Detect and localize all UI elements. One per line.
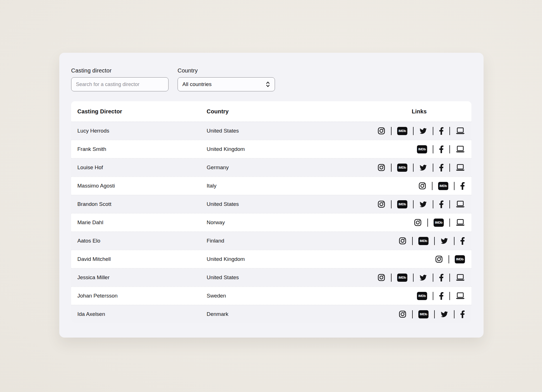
website-icon[interactable] [456,219,465,227]
instagram-icon[interactable] [377,127,385,135]
link-divider [412,310,413,318]
facebook-icon[interactable] [439,292,444,300]
directory-card: Casting director Country All countries C… [59,53,484,338]
header-links: Links [373,108,471,115]
link-divider [433,274,433,282]
table-row: Jessica MillerUnited StatesIMDb [71,268,471,287]
chevron-up-down-icon [266,81,270,88]
imdb-badge-label: IMDb [397,200,407,208]
imdb-icon[interactable]: IMDb [397,274,407,282]
header-casting-director: Casting Director [71,108,207,115]
website-icon[interactable] [456,127,465,135]
table-row: Frank SmithUnited KingdomIMDb [71,140,471,158]
instagram-icon[interactable] [435,255,443,263]
link-divider [413,200,414,208]
director-country: United States [207,274,373,281]
links-cell: IMDb [373,292,471,300]
twitter-icon[interactable] [419,274,427,281]
facebook-icon[interactable] [439,274,444,282]
links-cell: IMDb [373,182,471,190]
imdb-icon[interactable]: IMDb [438,182,448,190]
link-divider [413,274,414,282]
facebook-icon[interactable] [460,237,465,245]
director-filter-label: Casting director [71,67,169,74]
link-divider [434,310,435,318]
facebook-icon[interactable] [439,127,444,135]
imdb-icon[interactable]: IMDb [418,237,429,245]
website-icon[interactable] [456,292,465,300]
table-row: Marie DahlNorwayIMDb [71,213,471,232]
imdb-badge-label: IMDb [397,127,407,135]
director-search-input[interactable] [71,77,169,91]
instagram-icon[interactable] [399,237,406,245]
instagram-icon[interactable] [418,182,426,190]
instagram-icon[interactable] [399,310,406,318]
link-divider [449,292,450,300]
link-divider [434,237,435,245]
imdb-icon[interactable]: IMDb [455,255,465,263]
website-icon[interactable] [456,200,465,208]
instagram-icon[interactable] [377,274,385,281]
director-country: United States [207,128,373,134]
instagram-icon[interactable] [377,164,385,171]
director-name: Lucy Herrods [71,128,207,134]
link-divider [449,164,450,172]
link-divider [449,255,449,263]
imdb-icon[interactable]: IMDb [397,127,407,135]
twitter-icon[interactable] [419,201,427,208]
imdb-icon[interactable]: IMDb [434,219,444,227]
director-name: Ida Axelsen [71,311,207,317]
links-cell: IMDb [373,219,471,227]
table-row: Brandon ScottUnited StatesIMDb [71,195,471,213]
table-body: Lucy HerrodsUnited StatesIMDbFrank Smith… [71,122,471,323]
imdb-icon[interactable]: IMDb [397,200,407,208]
twitter-icon[interactable] [440,237,448,245]
imdb-badge-label: IMDb [417,145,427,153]
country-select[interactable]: All countries [178,77,275,91]
imdb-badge-label: IMDb [434,219,444,227]
director-country: United Kingdom [207,146,373,152]
website-icon[interactable] [456,164,465,172]
instagram-icon[interactable] [414,219,422,226]
link-divider [449,145,450,153]
imdb-badge-label: IMDb [438,182,448,190]
director-name: Frank Smith [71,146,207,152]
twitter-icon[interactable] [440,311,448,318]
website-icon[interactable] [456,274,465,282]
link-divider [433,200,433,208]
imdb-icon[interactable]: IMDb [418,310,429,318]
twitter-icon[interactable] [419,127,427,135]
director-country: Finland [207,238,373,244]
imdb-badge-label: IMDb [418,310,429,318]
facebook-icon[interactable] [460,182,465,190]
table-row: Aatos EloFinlandIMDb [71,232,471,250]
director-country: United Kingdom [207,256,373,262]
instagram-icon[interactable] [377,200,385,208]
imdb-icon[interactable]: IMDb [397,164,407,172]
director-name: Marie Dahl [71,219,207,226]
twitter-icon[interactable] [419,164,427,171]
facebook-icon[interactable] [460,310,465,318]
director-name: Jessica Miller [71,274,207,281]
director-filter-group: Casting director [71,67,169,91]
table-row: Lucy HerrodsUnited StatesIMDb [71,122,471,140]
link-divider [449,200,450,208]
header-country: Country [207,108,373,115]
imdb-badge-label: IMDb [455,255,465,263]
link-divider [433,292,433,300]
facebook-icon[interactable] [439,145,444,153]
website-icon[interactable] [456,145,465,153]
table-row: Louise HofGermanyIMDb [71,158,471,177]
director-name: Aatos Elo [71,238,207,244]
director-country: United States [207,201,373,207]
table-row: Johan PeterssonSwedenIMDb [71,287,471,305]
links-cell: IMDb [373,274,471,282]
table-row: Massimo AgostiItalyIMDb [71,177,471,195]
imdb-icon[interactable]: IMDb [417,292,427,300]
facebook-icon[interactable] [439,200,444,208]
link-divider [454,310,454,318]
director-country: Norway [207,219,373,226]
imdb-icon[interactable]: IMDb [417,145,427,153]
facebook-icon[interactable] [439,164,444,172]
links-cell: IMDb [373,237,471,245]
